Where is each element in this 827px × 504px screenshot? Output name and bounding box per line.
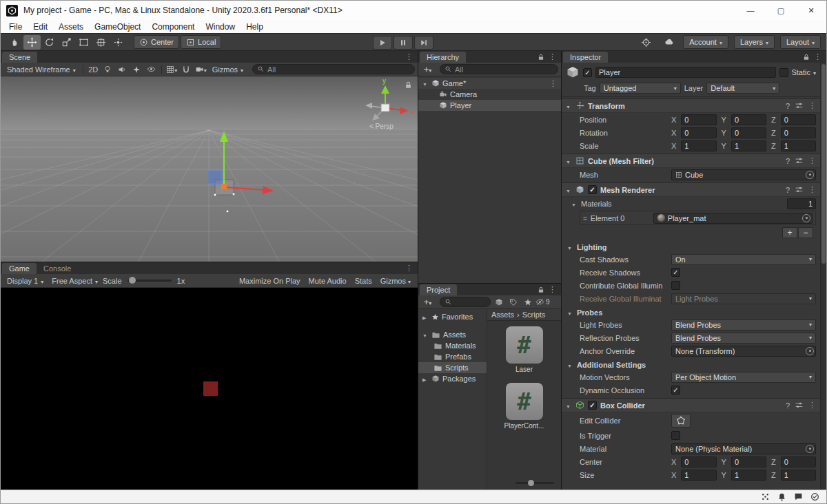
scene-row-menu-icon[interactable] bbox=[549, 79, 561, 88]
project-menu-icon[interactable] bbox=[549, 285, 556, 294]
scene-lighting-toggle[interactable] bbox=[101, 64, 114, 75]
close-button[interactable]: ✕ bbox=[796, 1, 826, 20]
scale-y-field[interactable]: 1 bbox=[731, 140, 766, 151]
center-z-field[interactable]: 0 bbox=[781, 456, 816, 468]
hierarchy-item-camera[interactable]: Camera bbox=[418, 89, 561, 100]
game-viewport[interactable] bbox=[1, 288, 418, 490]
foldout-icon[interactable] bbox=[422, 79, 429, 87]
mesh-renderer-header[interactable]: Mesh Renderer bbox=[562, 182, 820, 197]
scale-slider[interactable] bbox=[127, 280, 172, 282]
packages-row[interactable]: Packages bbox=[418, 373, 487, 384]
box-collider-enabled-checkbox[interactable] bbox=[588, 401, 597, 410]
foldout-icon[interactable] bbox=[422, 313, 429, 321]
scene-effects-toggle[interactable] bbox=[130, 64, 143, 75]
help-icon[interactable] bbox=[786, 186, 790, 194]
perspective-label[interactable]: < Persp bbox=[369, 123, 394, 130]
folder-prefabs-row[interactable]: Prefabs bbox=[418, 351, 487, 362]
size-x-field[interactable]: 1 bbox=[681, 470, 716, 481]
scene-viewport[interactable]: y x < Persp bbox=[1, 76, 418, 262]
move-tool-button[interactable] bbox=[23, 35, 41, 50]
scale-z-field[interactable]: 1 bbox=[781, 140, 816, 151]
foldout-icon[interactable] bbox=[566, 157, 572, 165]
2d-toggle-button[interactable]: 2D bbox=[87, 64, 100, 75]
minimize-button[interactable]: — bbox=[735, 1, 766, 20]
position-x-field[interactable]: 0 bbox=[681, 114, 716, 125]
foldout-icon[interactable] bbox=[566, 186, 572, 194]
game-menu-icon[interactable] bbox=[405, 264, 413, 273]
help-icon[interactable] bbox=[786, 157, 790, 165]
favorites-search-button[interactable] bbox=[521, 297, 534, 308]
asset-zoom-slider[interactable] bbox=[515, 482, 554, 484]
position-z-field[interactable]: 0 bbox=[781, 114, 816, 125]
services-button[interactable] bbox=[637, 35, 655, 50]
help-icon[interactable] bbox=[786, 102, 790, 110]
static-dropdown[interactable]: Static bbox=[779, 68, 816, 77]
foldout-icon[interactable] bbox=[571, 200, 578, 208]
cloud-button[interactable] bbox=[660, 35, 677, 50]
project-search-input[interactable] bbox=[440, 297, 491, 307]
stats-toggle[interactable]: Stats bbox=[351, 275, 376, 286]
transform-header[interactable]: Transform bbox=[562, 98, 820, 113]
tab-project[interactable]: Project bbox=[420, 284, 457, 295]
foldout-icon[interactable] bbox=[566, 102, 572, 110]
layer-dropdown[interactable]: Default bbox=[706, 83, 779, 94]
probes-section-header[interactable]: Probes bbox=[562, 306, 820, 318]
menu-assets[interactable]: Assets bbox=[53, 20, 89, 33]
position-y-field[interactable]: 0 bbox=[731, 114, 766, 125]
presets-icon[interactable] bbox=[795, 156, 804, 165]
scene-visibility-toggle[interactable] bbox=[145, 64, 158, 75]
remove-material-button[interactable]: − bbox=[798, 227, 813, 238]
pivot-center-button[interactable]: Center bbox=[134, 35, 179, 49]
gameobject-cube-icon[interactable] bbox=[566, 65, 580, 79]
light-probes-dropdown[interactable]: Blend Probes bbox=[671, 319, 816, 330]
display-dropdown[interactable]: Display 1 bbox=[3, 275, 47, 286]
mesh-renderer-enabled-checkbox[interactable] bbox=[588, 185, 597, 194]
foldout-icon[interactable] bbox=[422, 330, 429, 339]
foldout-icon[interactable] bbox=[567, 361, 573, 369]
scene-search-input[interactable]: All bbox=[252, 64, 415, 74]
material-object-field[interactable]: Player_mat bbox=[653, 213, 813, 224]
console-message-icon[interactable] bbox=[794, 492, 803, 501]
rotation-x-field[interactable]: 0 bbox=[681, 127, 716, 138]
scene-camera-dropdown[interactable] bbox=[194, 64, 207, 75]
box-collider-header[interactable]: Box Collider bbox=[562, 398, 820, 412]
activity-icon[interactable] bbox=[761, 492, 770, 501]
edit-collider-button[interactable] bbox=[671, 414, 691, 428]
object-picker-icon[interactable] bbox=[806, 445, 814, 453]
scrollbar-thumb[interactable] bbox=[821, 64, 826, 264]
aspect-dropdown[interactable]: Free Aspect bbox=[48, 275, 101, 286]
rotation-z-field[interactable]: 0 bbox=[781, 127, 816, 138]
size-z-field[interactable]: 1 bbox=[781, 470, 816, 481]
mesh-object-field[interactable]: Cube bbox=[671, 169, 816, 180]
object-picker-icon[interactable] bbox=[806, 347, 814, 355]
account-dropdown[interactable]: Account bbox=[683, 35, 728, 49]
gizmo-xy-plane-handle[interactable] bbox=[207, 171, 222, 184]
hierarchy-search-input[interactable]: All bbox=[440, 64, 558, 74]
presets-icon[interactable] bbox=[795, 401, 804, 410]
mute-audio-toggle[interactable]: Mute Audio bbox=[305, 275, 351, 286]
search-by-type-button[interactable] bbox=[492, 297, 505, 308]
reflection-probes-dropdown[interactable]: Blend Probes bbox=[671, 333, 816, 344]
active-checkbox[interactable] bbox=[583, 68, 592, 77]
folder-materials-row[interactable]: Materials bbox=[418, 340, 487, 351]
asset-item-laser[interactable]: # Laser bbox=[487, 326, 561, 373]
gizmo-center-handle[interactable] bbox=[221, 184, 227, 189]
tab-hierarchy[interactable]: Hierarchy bbox=[420, 52, 466, 63]
add-material-button[interactable]: + bbox=[782, 227, 797, 238]
tab-console[interactable]: Console bbox=[37, 263, 78, 274]
foldout-icon[interactable] bbox=[566, 401, 572, 410]
maximize-on-play-toggle[interactable]: Maximize On Play bbox=[235, 275, 305, 286]
presets-icon[interactable] bbox=[795, 185, 804, 194]
scale-x-field[interactable]: 1 bbox=[681, 140, 716, 151]
hierarchy-create-button[interactable] bbox=[421, 64, 434, 75]
game-gizmos-dropdown[interactable]: Gizmos bbox=[376, 275, 415, 286]
scene-menu-icon[interactable] bbox=[405, 52, 413, 61]
component-menu-icon[interactable] bbox=[808, 156, 816, 165]
play-button[interactable] bbox=[373, 36, 392, 50]
hand-tool-button[interactable] bbox=[6, 35, 23, 50]
view-lock[interactable] bbox=[405, 79, 412, 92]
lock-icon[interactable] bbox=[538, 286, 544, 293]
anchor-override-field[interactable]: None (Transform) bbox=[671, 346, 816, 357]
name-field[interactable]: Player bbox=[595, 67, 776, 78]
inspector-scrollbar[interactable] bbox=[820, 63, 826, 490]
